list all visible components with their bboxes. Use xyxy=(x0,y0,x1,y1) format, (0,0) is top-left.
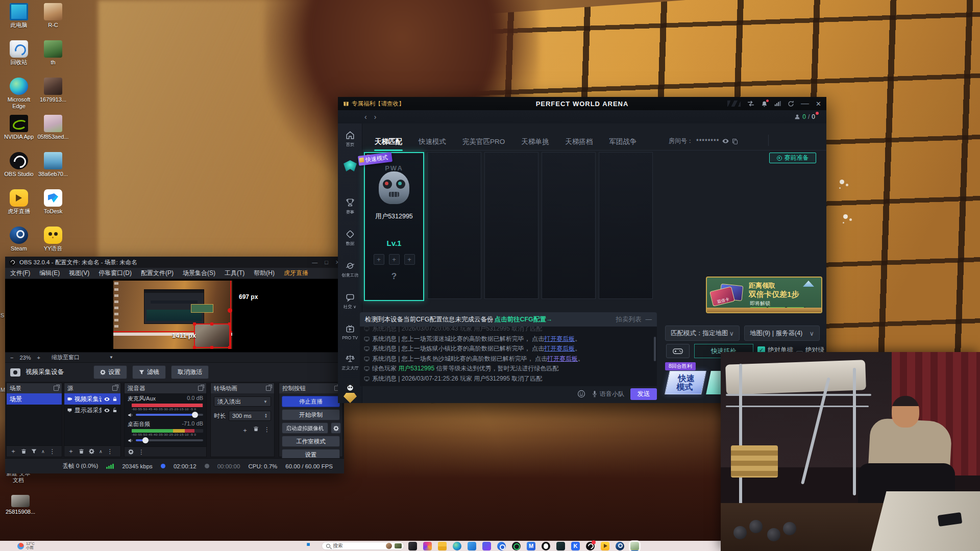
mic-volume-slider[interactable] xyxy=(136,414,203,416)
speaker-icon[interactable] xyxy=(128,412,133,418)
desktop-icon[interactable]: R-C xyxy=(34,3,72,40)
controller-button[interactable] xyxy=(666,344,690,358)
preview-webcam-source-selected[interactable] xyxy=(194,323,230,348)
sidebar-item-esports[interactable]: 赛事 xyxy=(338,198,362,215)
network-signal-icon[interactable] xyxy=(774,101,781,107)
taskbar-app-icon[interactable] xyxy=(542,542,550,550)
zoom-out-button[interactable]: − xyxy=(10,355,13,361)
source-deactivate-button[interactable]: 取消激活 xyxy=(171,365,209,379)
taskbar-app-icon[interactable] xyxy=(438,542,447,550)
premium-gem-icon[interactable] xyxy=(344,393,357,403)
show-room-eye-icon[interactable] xyxy=(722,138,729,144)
obs-menu-item[interactable]: 编辑(E) xyxy=(39,269,60,278)
transition-type-select[interactable]: 淡入淡出▼ xyxy=(214,396,271,407)
desktop-icon[interactable]: 回收站 xyxy=(2,40,36,78)
collapse-handle[interactable]: — xyxy=(646,316,652,323)
mixer-more-button[interactable]: ⋮ xyxy=(138,448,144,456)
obs-menu-item[interactable]: 场景集合(S) xyxy=(183,269,215,278)
friends-online-counter[interactable]: 0/0 xyxy=(794,113,815,120)
game-close-button[interactable]: ✕ xyxy=(816,100,821,108)
source-properties-gear-button[interactable] xyxy=(89,448,94,454)
taskbar-app-icon[interactable]: M xyxy=(527,542,535,550)
taskbar-app-icon[interactable]: K xyxy=(571,542,580,550)
desktop-icon[interactable]: 此电脑 xyxy=(2,3,36,40)
player-slot-empty[interactable] xyxy=(427,152,481,299)
voice-squad-button[interactable]: 语音小队 xyxy=(592,390,624,398)
lock-icon[interactable] xyxy=(112,396,117,402)
refresh-icon[interactable] xyxy=(788,101,794,107)
desktop-icon[interactable]: 1679913... xyxy=(34,78,72,115)
auction-list-label[interactable]: 拍卖列表 xyxy=(616,315,642,324)
send-button[interactable]: 发送 xyxy=(630,388,657,400)
stop-streaming-button[interactable]: 停止直播 xyxy=(282,396,340,407)
mode-tab[interactable]: 完美官匹PRO xyxy=(462,137,505,146)
equip-slot-add[interactable]: + xyxy=(404,254,415,265)
desktop-icon[interactable]: th xyxy=(34,40,72,78)
crop-handle-dot[interactable] xyxy=(228,308,232,313)
remove-scene-button[interactable] xyxy=(21,448,27,454)
scenes-more-button[interactable]: ⋮ xyxy=(50,448,56,455)
taskbar-app-icon[interactable] xyxy=(630,542,639,550)
double-card-promo-banner[interactable]: 双倍卡 距离领取 双倍卡仅差1步 即将解锁 xyxy=(706,277,822,313)
source-row-camera[interactable]: 视频采集设 xyxy=(64,393,120,405)
taskbar-app-icon[interactable] xyxy=(468,542,476,550)
mode-tab[interactable]: 天梯搭档 xyxy=(565,137,593,146)
taskbar-app-icon[interactable] xyxy=(556,542,565,550)
sidebar-item-stats[interactable]: 数据 xyxy=(338,230,362,247)
virtual-camera-button[interactable]: 启动虚拟摄像机 xyxy=(282,422,328,434)
desktop-icon-image-file[interactable]: 25815908... xyxy=(4,495,37,532)
match-mode-dropdown[interactable]: 匹配模式：指定地图∨ xyxy=(665,325,740,341)
popout-icon[interactable] xyxy=(112,386,117,391)
zoom-fit-label[interactable]: 缩放至窗口 xyxy=(52,354,80,361)
popout-icon[interactable] xyxy=(54,386,59,391)
desktop-icon[interactable]: NVIDIA App xyxy=(2,115,36,152)
obs-minimize-button[interactable]: — xyxy=(312,259,317,266)
taskbar-app-icon[interactable] xyxy=(423,542,432,550)
source-filters-button[interactable]: 滤镜 xyxy=(132,365,166,379)
add-scene-button[interactable]: ＋ xyxy=(10,447,16,456)
player-slot-empty[interactable] xyxy=(484,152,538,299)
sidebar-item-workshop[interactable]: 创意工坊 xyxy=(338,261,362,279)
game-titlebar[interactable]: 专属福利【请查收】 PERFECT WORLD ARENA — ✕ xyxy=(338,97,826,110)
swap-arrows-icon[interactable] xyxy=(747,101,754,107)
obs-menu-item[interactable]: 工具(T) xyxy=(225,269,244,278)
scene-filters-button[interactable] xyxy=(31,448,37,454)
source-settings-button[interactable]: 设置 xyxy=(93,365,127,379)
obs-preview-canvas[interactable]: 1411 px 697 px xyxy=(5,279,344,352)
obs-menu-item[interactable]: 配置文件(P) xyxy=(141,269,174,278)
popout-icon[interactable] xyxy=(198,386,203,391)
desktop-icon-new-text[interactable]: 新建 文本文档 xyxy=(2,470,35,491)
mode-tab[interactable]: 天梯匹配 xyxy=(375,137,402,146)
player-slot-empty[interactable] xyxy=(599,152,653,299)
move-scene-up-button[interactable]: ∧ xyxy=(41,449,45,454)
lock-open-icon[interactable] xyxy=(112,408,117,413)
source-row-display[interactable]: 显示器采集 xyxy=(64,405,120,416)
obs-menu-item[interactable]: 帮助(H) xyxy=(254,269,275,278)
visibility-eye-icon[interactable] xyxy=(104,396,110,402)
emoji-icon[interactable] xyxy=(577,390,585,398)
duration-down-button[interactable]: ▼ xyxy=(264,416,267,418)
obs-menu-item[interactable]: 视图(V) xyxy=(69,269,89,278)
taskbar-app-icon[interactable] xyxy=(601,542,609,550)
taskbar-weather-widget[interactable]: 12°C 小雨 xyxy=(17,542,35,550)
start-recording-button[interactable]: 开始录制 xyxy=(282,409,340,420)
mode-tab[interactable]: 天梯单挑 xyxy=(521,137,549,146)
player-slot-self[interactable]: PWA 用户5312995 Lv.1 + + + ? xyxy=(364,152,424,301)
spea​ker-icon[interactable] xyxy=(128,438,133,443)
equip-slot-add[interactable]: + xyxy=(374,254,384,265)
taskbar-app-icon[interactable] xyxy=(408,542,417,550)
sidebar-item-pro-tv[interactable]: PRO TV xyxy=(338,324,362,340)
taskbar-app-icon[interactable] xyxy=(586,542,595,550)
remove-transition-button[interactable] xyxy=(253,426,259,432)
taskbar-app-icon[interactable] xyxy=(512,542,521,550)
studio-mode-button[interactable]: 工作室模式 xyxy=(282,436,340,447)
add-source-button[interactable]: ＋ xyxy=(68,447,74,456)
taskbar-search-box[interactable]: 搜索 xyxy=(322,542,404,550)
obs-menu-item[interactable]: 虎牙直播 xyxy=(284,269,308,278)
zoom-in-button[interactable]: + xyxy=(37,355,40,361)
sidebar-item-justice-hall[interactable]: 正义大厅 xyxy=(338,354,362,371)
player-slot-empty[interactable] xyxy=(542,152,596,299)
virtual-camera-config-button[interactable] xyxy=(331,422,341,434)
map-server-dropdown[interactable]: 地图(9) | 服务器(4)∨ xyxy=(744,325,820,341)
transitions-more-button[interactable]: ⋮ xyxy=(264,426,270,435)
